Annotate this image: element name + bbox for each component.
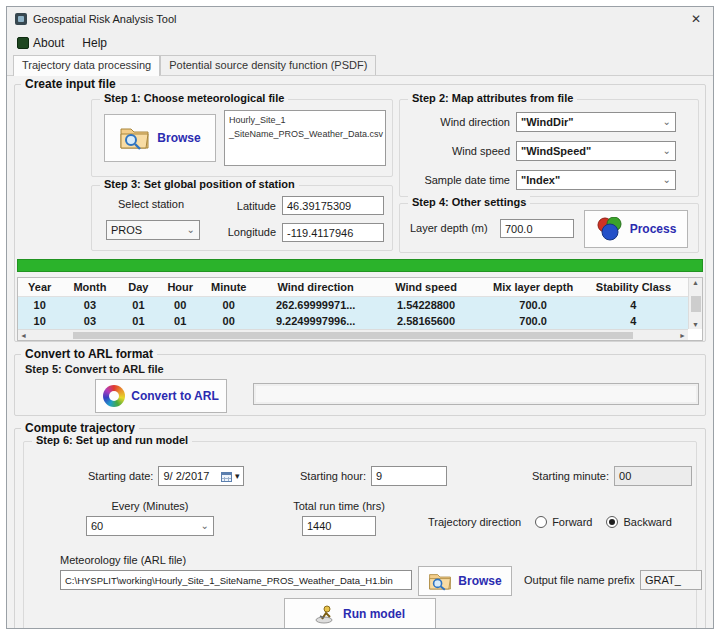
cell: 700.0 — [476, 299, 590, 311]
run-model-label: Run model — [343, 607, 405, 621]
col-stability-class[interactable]: Stability Class — [590, 281, 677, 293]
table-vertical-scrollbar[interactable]: ▲ ▼ — [688, 278, 702, 329]
met-file-path-field[interactable]: C:\HYSPLIT\working\Hourly_Site_1_SiteNam… — [60, 570, 412, 590]
weather-data-table: Year Month Day Hour Minute Wind directio… — [17, 277, 703, 341]
group-title: Compute trajectory — [21, 421, 139, 435]
table-row[interactable]: 10 03 01 01 00 9.2249997996... 2.5816560… — [18, 313, 702, 329]
close-icon[interactable]: ✕ — [687, 12, 705, 26]
wind-speed-label: Wind speed — [400, 145, 510, 157]
trajectory-direction-cluster: Trajectory direction Forward Backward — [428, 516, 672, 528]
step3-title: Step 3: Set global position of station — [100, 178, 299, 190]
step2-group: Step 2: Map attributes from file Wind di… — [399, 99, 699, 197]
app-window: Geospatial Risk Analysis Tool ✕ About He… — [6, 6, 714, 629]
tab-trajectory-data-processing[interactable]: Trajectory data processing — [13, 55, 160, 76]
cell: 4 — [590, 315, 677, 327]
cell: 1.54228800 — [376, 299, 476, 311]
convert-arl-group: Convert to ARL format Step 5: Convert to… — [14, 354, 706, 416]
chevron-down-icon: ⌄ — [663, 117, 671, 127]
forward-radio[interactable]: Forward — [535, 516, 592, 528]
starting-hour-label: Starting hour: — [300, 470, 366, 482]
scroll-down-icon[interactable]: ▼ — [692, 321, 699, 328]
col-wind-speed[interactable]: Wind speed — [376, 281, 476, 293]
process-label: Process — [630, 222, 677, 236]
tab-psdf[interactable]: Potential source density function (PSDF) — [160, 55, 376, 75]
browse-arl-file-button[interactable]: Browse — [418, 566, 512, 596]
table-horizontal-scrollbar[interactable]: ◄ ► — [18, 329, 688, 340]
col-year[interactable]: Year — [18, 281, 61, 293]
starting-minute-field[interactable]: 00 — [614, 466, 692, 486]
convert-to-arl-button[interactable]: Convert to ARL — [95, 379, 227, 413]
wind-speed-select[interactable]: "WindSpeed" ⌄ — [516, 141, 676, 161]
calendar-icon — [221, 471, 232, 482]
menu-help[interactable]: Help — [82, 36, 107, 50]
starting-date-picker[interactable]: 9/ 2/2017 ▾ — [158, 466, 244, 486]
vertical-scroll-thumb[interactable] — [691, 296, 701, 312]
layer-depth-field[interactable]: 700.0 — [500, 219, 574, 238]
cell: 03 — [61, 315, 118, 327]
convert-label: Convert to ARL — [131, 389, 219, 403]
run-model-button[interactable]: Run model — [284, 598, 436, 629]
col-wind-direction[interactable]: Wind direction — [255, 281, 375, 293]
scroll-right-icon[interactable]: ► — [679, 332, 686, 339]
cell: 10 — [18, 315, 61, 327]
wind-direction-select[interactable]: "WindDir" ⌄ — [516, 112, 676, 132]
menu-bar: About Help — [7, 31, 713, 54]
menu-about[interactable]: About — [17, 36, 64, 50]
browse-met-file-button[interactable]: Browse — [104, 114, 216, 162]
about-icon — [17, 37, 29, 49]
process-button[interactable]: Process — [584, 210, 688, 248]
col-day[interactable]: Day — [118, 281, 158, 293]
horizontal-scroll-thumb[interactable] — [73, 332, 633, 339]
chevron-down-icon: ⌄ — [201, 521, 209, 531]
step3-group: Step 3: Set global position of station S… — [91, 185, 393, 251]
compute-trajectory-group: Compute trajectory Step 6: Set up and ru… — [14, 428, 706, 629]
group-title: Create input file — [21, 77, 120, 91]
radio-unchecked-icon — [535, 516, 547, 528]
convert-progress-bar — [253, 383, 699, 405]
output-prefix-label: Output file name prefix — [524, 574, 635, 586]
cell: 01 — [118, 315, 158, 327]
convert-cycle-icon — [103, 385, 125, 407]
cell: 03 — [61, 299, 118, 311]
date-dropdown-icon[interactable]: ▾ — [235, 472, 240, 481]
menu-about-label: About — [33, 36, 64, 50]
station-select[interactable]: PROS ⌄ — [106, 220, 200, 240]
group-title: Convert to ARL format — [21, 347, 157, 361]
folder-search-icon — [428, 571, 452, 591]
scroll-up-icon[interactable]: ▲ — [692, 279, 699, 286]
chevron-down-icon: ⌄ — [663, 175, 671, 185]
wind-direction-label: Wind direction — [400, 116, 510, 128]
sample-date-time-select[interactable]: "Index" ⌄ — [516, 170, 676, 190]
col-hour[interactable]: Hour — [158, 281, 201, 293]
total-run-time-field[interactable]: 1440 — [302, 516, 376, 536]
cell: 01 — [158, 315, 201, 327]
wind-direction-row: Wind direction "WindDir" ⌄ — [400, 112, 698, 132]
layer-depth-label: Layer depth (m) — [410, 222, 488, 234]
met-file-label: Meteorology file (ARL file) — [60, 554, 186, 566]
cell: 262.69999971... — [255, 299, 375, 311]
latitude-field[interactable]: 46.39175309 — [282, 196, 384, 215]
col-mix-layer-depth[interactable]: Mix layer depth — [476, 281, 590, 293]
title-bar: Geospatial Risk Analysis Tool ✕ — [7, 7, 713, 31]
backward-radio[interactable]: Backward — [606, 516, 671, 528]
chosen-file-display[interactable]: Hourly_Site_1 _SiteName_PROS_Weather_Dat… — [224, 110, 386, 166]
step1-title: Step 1: Choose meteorological file — [100, 92, 288, 104]
latitude-label: Latitude — [214, 200, 276, 212]
step6-title: Step 6: Set up and run model — [32, 434, 192, 446]
col-minute[interactable]: Minute — [202, 281, 256, 293]
trajectory-direction-label: Trajectory direction — [428, 516, 521, 528]
output-prefix-field[interactable]: GRAT_ — [640, 570, 702, 590]
import-progress-bar — [17, 259, 703, 272]
cell: 700.0 — [476, 315, 590, 327]
step4-title: Step 4: Other settings — [408, 196, 530, 208]
total-run-time-label: Total run time (hrs) — [293, 500, 385, 512]
every-minutes-select[interactable]: 60 ⌄ — [86, 516, 214, 536]
table-row[interactable]: 10 03 01 00 00 262.69999971... 1.5422880… — [18, 297, 702, 313]
forward-label: Forward — [552, 516, 592, 528]
col-month[interactable]: Month — [61, 281, 118, 293]
starting-hour-field[interactable]: 9 — [371, 466, 447, 486]
scroll-left-icon[interactable]: ◄ — [20, 332, 27, 339]
chevron-down-icon: ⌄ — [187, 225, 195, 235]
longitude-field[interactable]: -119.4117946 — [282, 223, 384, 242]
process-icon — [596, 217, 624, 241]
